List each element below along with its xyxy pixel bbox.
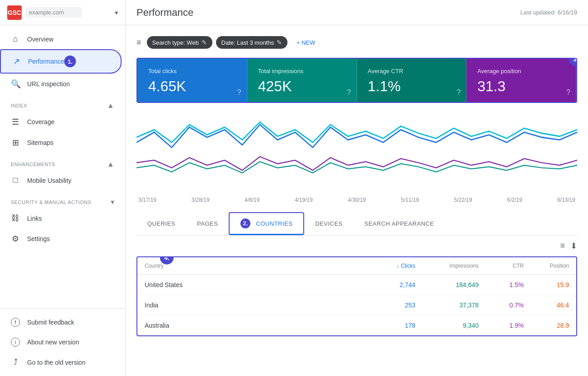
sidebar-logo-area: GSC example.com ▾ <box>0 0 125 25</box>
cell-country-0: United States <box>145 281 361 288</box>
new-button[interactable]: + NEW <box>291 37 321 49</box>
date-label-1: 3/28/19 <box>192 197 210 203</box>
tab-devices[interactable]: DEVICES <box>304 215 353 232</box>
metric-card-clicks[interactable]: Total clicks 4.65K ? <box>137 59 247 102</box>
enhancements-section: Enhancements ▲ <box>0 153 125 170</box>
home-icon: ⌂ <box>11 34 20 44</box>
security-collapse-icon[interactable]: ▾ <box>111 198 115 206</box>
position-label: Average position <box>477 68 565 74</box>
date-label-2: 4/8/19 <box>245 197 259 203</box>
sidebar-item-sitemaps[interactable]: ⊞ Sitemaps <box>0 132 122 153</box>
col-header-position[interactable]: Position <box>524 263 569 269</box>
about-new-version-item[interactable]: i About new version <box>0 332 125 352</box>
ctr-value: 1.1% <box>368 78 456 95</box>
sitemaps-icon: ⊞ <box>11 138 20 148</box>
table-filter-icon[interactable]: ≡ <box>560 241 565 251</box>
submit-feedback-item[interactable]: ! Submit feedback <box>0 312 125 332</box>
site-dropdown-icon[interactable]: ▾ <box>115 9 118 16</box>
app-logo: GSC <box>7 5 22 20</box>
cell-clicks-2: 178 <box>361 322 415 329</box>
clicks-label: Total clicks <box>148 68 236 74</box>
sidebar-item-label: Settings <box>27 235 50 242</box>
main-header: Performance Last updated: 6/16/19 <box>126 0 588 25</box>
clicks-help-icon[interactable]: ? <box>237 88 241 97</box>
ctr-help-icon[interactable]: ? <box>456 88 461 97</box>
tab-pages[interactable]: PAGES <box>186 215 229 232</box>
sidebar-item-label: Mobile Usability <box>27 177 71 184</box>
page-title: Performance <box>136 7 193 19</box>
cell-position-0: 15.9 <box>524 281 569 288</box>
metric-card-position[interactable]: Average position 31.3 ? <box>466 59 576 102</box>
main-body: ≡ Search type: Web ✎ Date: Last 3 months… <box>126 25 588 347</box>
col-header-impressions[interactable]: Impressions <box>415 263 479 269</box>
index-section: Index ▲ <box>0 94 125 111</box>
date-label-3: 4/19/19 <box>295 197 313 203</box>
sidebar-item-overview[interactable]: ⌂ Overview <box>0 29 122 49</box>
sidebar-nav: ⌂ Overview ↗ Performance 1. 🔍 URL inspec… <box>0 25 125 308</box>
sidebar-item-url-inspection[interactable]: 🔍 URL inspection <box>0 74 122 94</box>
filter-icon[interactable]: ≡ <box>136 38 141 47</box>
go-to-old-version-item[interactable]: ⤴ Go to the old version <box>0 352 125 372</box>
performance-icon: ↗ <box>12 56 21 66</box>
enhancements-collapse-icon[interactable]: ▲ <box>107 160 114 168</box>
cell-clicks-1: 253 <box>361 302 415 309</box>
date-label-6: 5/22/19 <box>454 197 472 203</box>
position-value: 31.3 <box>477 78 565 95</box>
info-icon: i <box>11 338 20 347</box>
impressions-help-icon[interactable]: ? <box>347 88 351 97</box>
cell-country-1: India <box>145 302 361 309</box>
links-icon: ⛓ <box>11 214 20 223</box>
index-collapse-icon[interactable]: ▲ <box>107 102 114 110</box>
date-label-8: 6/13/19 <box>557 197 575 203</box>
search-type-edit-icon: ✎ <box>202 39 207 46</box>
about-version-label: About new version <box>27 339 79 346</box>
sidebar-item-label: Overview <box>27 36 53 43</box>
date-chip[interactable]: Date: Last 3 months ✎ <box>216 36 287 49</box>
table-toolbar: ≡ ⬇ <box>136 236 577 256</box>
old-version-label: Go to the old version <box>27 359 85 366</box>
sidebar-bottom: ! Submit feedback i About new version ⤴ … <box>0 308 125 376</box>
sidebar-item-mobile-usability[interactable]: □ Mobile Usability <box>0 170 122 190</box>
table-row: India 253 37,378 0.7% 46.4 <box>137 295 576 316</box>
sidebar-item-performance[interactable]: ↗ Performance 1. <box>0 49 122 74</box>
sidebar-item-coverage[interactable]: ☰ Coverage <box>0 111 122 132</box>
sidebar-item-label: Links <box>27 215 42 222</box>
old-version-icon: ⤴ <box>11 357 20 367</box>
col-header-clicks[interactable]: ↓ Clicks <box>361 263 415 269</box>
tab-search-appearance[interactable]: SEARCH APPEARANCE <box>353 215 445 232</box>
table-row: Australia 178 9,340 1.9% 28.9 <box>137 316 576 335</box>
sort-down-icon: ↓ <box>396 263 399 269</box>
date-edit-icon: ✎ <box>277 39 282 46</box>
table-download-icon[interactable]: ⬇ <box>570 241 577 251</box>
tab-countries[interactable]: 2. COUNTRIES <box>229 212 304 235</box>
metric-card-impressions[interactable]: Total impressions 425K ? <box>247 59 357 102</box>
chart-dates: 3/17/19 3/28/19 4/8/19 4/19/19 4/30/19 5… <box>136 197 577 203</box>
last-updated-text: Last updated: 6/16/19 <box>520 9 577 16</box>
search-icon: 🔍 <box>11 79 20 89</box>
clicks-value: 4.65K <box>148 78 236 95</box>
sidebar-item-settings[interactable]: ⚙ Settings <box>0 228 122 249</box>
cell-impressions-0: 184,649 <box>415 281 479 288</box>
sidebar: GSC example.com ▾ ⌂ Overview ↗ Performan… <box>0 0 126 376</box>
tabs-container: QUERIES PAGES 2. COUNTRIES DEVICES SEARC… <box>136 212 577 236</box>
cell-ctr-2: 1.9% <box>479 322 524 329</box>
cell-ctr-1: 0.7% <box>479 302 524 309</box>
cell-position-1: 46.4 <box>524 302 569 309</box>
table-row: United States 2,744 184,649 1.5% 15.9 <box>137 275 576 295</box>
sidebar-item-label: Sitemaps <box>27 139 53 146</box>
search-type-chip[interactable]: Search type: Web ✎ <box>147 36 212 49</box>
cell-position-2: 28.9 <box>524 322 569 329</box>
sidebar-item-label: Performance <box>28 58 64 65</box>
performance-chart <box>136 112 577 193</box>
position-help-icon[interactable]: ? <box>566 88 570 97</box>
settings-icon: ⚙ <box>11 234 20 244</box>
sidebar-item-label: URL inspection <box>27 80 70 88</box>
site-selector[interactable]: example.com <box>25 7 82 18</box>
col-header-ctr[interactable]: CTR <box>479 263 524 269</box>
tab-queries[interactable]: QUERIES <box>136 215 186 232</box>
filter-bar: ≡ Search type: Web ✎ Date: Last 3 months… <box>136 36 577 49</box>
main-content-area: Performance Last updated: 6/16/19 ≡ Sear… <box>126 0 588 376</box>
metric-card-ctr[interactable]: Average CTR 1.1% ? <box>357 59 467 102</box>
cell-impressions-2: 9,340 <box>415 322 479 329</box>
sidebar-item-links[interactable]: ⛓ Links <box>0 208 122 228</box>
